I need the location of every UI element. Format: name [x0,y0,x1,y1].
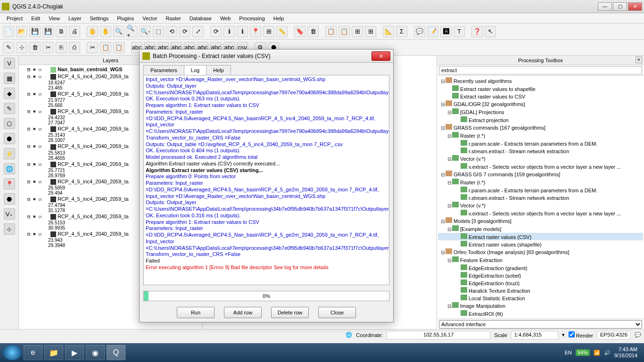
add-postgis-icon[interactable]: ◆ [4,88,15,99]
toolbar-button-29[interactable]: ⊞ [352,26,363,37]
toolbar-button-27[interactable]: 📋 [325,26,337,37]
add-gps-icon[interactable]: 📍 [4,178,15,189]
add-row-button[interactable]: Add row [224,307,262,318]
tree-item[interactable]: v.extract - Selects vector objects from … [438,209,643,217]
tab-parameters[interactable]: Parameters [143,65,184,75]
tree-item[interactable]: ExtractROI (fit) [438,310,643,317]
menu-help[interactable]: Help [270,15,288,22]
tree-item[interactable]: EdgeExtraction (touzi) [438,279,643,287]
coord-capture-icon[interactable]: ⊹ [4,223,15,235]
task-ie-icon[interactable]: e [24,345,42,360]
tree-item[interactable]: ⊟[GDAL] Projections [438,108,643,116]
tab-help[interactable]: Help [206,65,231,75]
menu-view[interactable]: View [45,15,64,22]
toolbar-button-2[interactable]: 💾 [29,26,41,37]
menu-settings[interactable]: Settings [86,15,112,22]
toolbar-button-0[interactable]: 📄 [3,26,14,37]
toolbar-button-4[interactable]: 🗎 [56,26,67,37]
run-button[interactable]: Run [177,307,215,318]
add-wms-icon[interactable]: ⬡ [4,118,15,129]
crs-button[interactable]: EPSG:4326 [597,331,631,339]
toolbox-search-input[interactable] [439,66,642,74]
delete-row-button[interactable]: Delete row [271,307,309,318]
toolbar-button-40[interactable]: ❓ [471,26,483,37]
toolbar-button-5[interactable]: 🖨 [69,26,80,37]
tree-item[interactable]: r.stream.extract - Stream network extrac… [438,194,643,201]
toolbar-button-1[interactable]: ⊹ [16,42,27,53]
toolbar-button-25[interactable]: 🗑 [307,26,319,37]
maximize-button[interactable]: ▢ [613,2,627,11]
toolbar-button-8[interactable]: 📋 [100,42,111,53]
tree-item[interactable]: Extract projection [438,116,643,123]
tree-item[interactable]: ⊟GDAL/OGR [32 geoalgorithms] [438,100,643,108]
menu-plugins[interactable]: Plugins [113,15,138,22]
dialog-close-btn[interactable]: Close [318,307,356,318]
toolbar-button-7[interactable]: ✂ [87,42,98,53]
tray-sound-icon[interactable]: 🔊 [604,350,611,356]
messages-icon[interactable]: 💬 [635,332,641,338]
toolbar-button-22[interactable]: 📏 [276,26,288,37]
tree-item[interactable]: r.param.scale - Extracts terrain paramet… [438,140,643,147]
toolbar-button-20[interactable]: 📍 [250,26,261,37]
scale-lock-icon[interactable]: ▾ [562,332,565,338]
toolbar-button-5[interactable]: ⎙ [69,42,80,53]
toolbar-button-13[interactable]: ⟲ [166,26,177,37]
task-media-icon[interactable]: ▶ [65,345,84,360]
tree-item[interactable]: Extract raster values to CSV [438,92,643,100]
tree-item[interactable]: Extract raster values to shapefile [438,85,643,92]
tab-log[interactable]: Log [184,65,206,75]
menu-vector[interactable]: Vector [139,15,161,22]
scale-value[interactable]: 1:4,684,315 [511,331,558,339]
add-vector-icon[interactable]: V [4,58,15,69]
new-shapefile-icon[interactable]: V₊ [4,208,15,220]
menu-edit[interactable]: Edit [27,15,44,22]
tree-item[interactable]: ⊟Recently used algorithms [438,77,643,85]
toolbar-button-33[interactable]: Σ [396,26,407,37]
toolbox-tree[interactable]: ⊟Recently used algorithmsExtract raster … [437,76,644,319]
toolbar-button-37[interactable]: 🅰 [440,26,452,37]
tree-item[interactable]: v.extract - Selects vector objects from … [438,163,643,170]
menu-layer[interactable]: Layer [65,15,85,22]
toolbar-button-21[interactable]: ⊞ [263,26,274,37]
tree-item[interactable]: ⊟GRASS commands [167 geoalgorithms] [438,123,643,132]
tree-item[interactable]: ⊟Feature Extraction [438,256,643,264]
task-chrome-icon[interactable]: ◉ [86,345,105,360]
toolbar-button-18[interactable]: ℹ [223,26,235,37]
tree-item[interactable]: r.stream.extract - Stream network extrac… [438,147,643,155]
toggle-extents-icon[interactable]: 🌐 [346,332,352,338]
toolbar-button-19[interactable]: ℹ [237,26,248,37]
toolbar-button-17[interactable]: ⟳ [210,26,222,37]
menu-project[interactable]: Project [3,15,26,22]
tree-item[interactable]: Local Statistic Extraction [438,294,643,302]
toolbar-button-4[interactable]: ⎘ [56,42,67,53]
tree-item[interactable]: ⊟Vector (v.*) [438,201,643,209]
tree-item[interactable]: ⊟Models [3 geoalgorithms] [438,217,643,225]
toolbar-button-11[interactable]: 🔍- [140,26,151,37]
log-textarea[interactable]: Input_vector =D:\Average_Raster_over_vec… [143,75,389,285]
tray-battery[interactable]: 94% [576,349,590,356]
toolbar-button-8[interactable]: ✋ [100,26,111,37]
toolbar-button-14[interactable]: ⟳ [179,26,190,37]
tray-lang[interactable]: EN [565,350,572,355]
render-checkbox[interactable]: Render [569,331,593,338]
toolbar-button-38[interactable]: T [454,26,465,37]
add-raster-icon[interactable]: ▦ [4,73,15,84]
toolbox-interface-select[interactable]: Advanced interface [439,320,642,329]
tree-item[interactable]: ⊟Image Manipulation [438,302,643,310]
toolbar-button-32[interactable]: 📐 [383,26,394,37]
menu-raster[interactable]: Raster [162,15,184,22]
toolbar-button-0[interactable]: ✎ [3,42,14,53]
tray-clock[interactable]: 7:43 AM 9/16/2014 [614,346,637,359]
tree-item[interactable]: r.param.scale - Extracts terrain paramet… [438,186,643,194]
minimize-button[interactable]: — [598,2,612,11]
add-wcs-icon[interactable]: ⬢ [4,133,15,144]
toolbar-button-2[interactable]: 🗑 [29,42,41,53]
toolbar-button-35[interactable]: 💬 [414,26,425,37]
tree-item[interactable]: ⊟Vector (v.*) [438,155,643,163]
toolbar-button-12[interactable]: ⬚ [153,26,164,37]
tree-item[interactable]: ⊟Raster (r.*) [438,178,643,186]
menu-processing[interactable]: Processing [235,15,268,22]
tree-item[interactable]: EdgeExtraction (sobel) [438,272,643,279]
tree-item[interactable]: Extract raster values (shapefile) [438,240,643,248]
toolbar-button-30[interactable]: ⊞ [365,26,376,37]
